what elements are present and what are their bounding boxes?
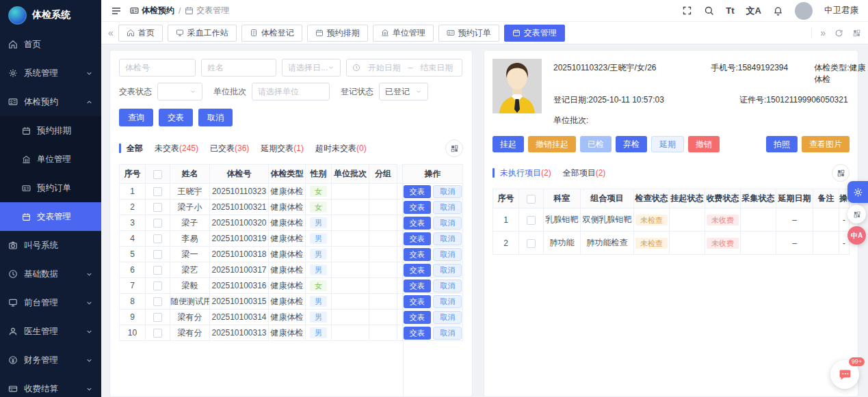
row-cancel-button[interactable]: 取消 — [433, 232, 462, 245]
row-cancel-button[interactable]: 取消 — [433, 311, 462, 324]
sidebar-item-system-mgmt[interactable]: 系统管理 — [0, 59, 101, 87]
grid-icon[interactable] — [852, 29, 861, 38]
take-photo-button[interactable]: 拍照 — [766, 136, 798, 152]
row-submit-button[interactable]: 交表 — [404, 232, 431, 245]
sidebar-item-queue-system[interactable]: 叫号系统 — [0, 231, 101, 260]
settings-fab[interactable] — [847, 181, 868, 203]
unit-batch-input[interactable] — [252, 83, 330, 100]
breadcrumb-parent: 体检预约 — [130, 5, 174, 16]
date-range-input[interactable]: 开始日期 – 结束日期 — [346, 59, 462, 77]
sidebar-item-doctor-mgmt[interactable]: 医生管理 — [0, 317, 101, 346]
exam-no-input[interactable] — [119, 59, 196, 77]
sidebar-item-unit-mgmt[interactable]: 单位管理 — [0, 145, 101, 174]
column-settings-button[interactable] — [832, 164, 850, 182]
submit-status-select[interactable] — [157, 83, 202, 100]
row-cancel-button[interactable]: 取消 — [433, 327, 462, 340]
status-tab-all[interactable]: 全部 — [127, 143, 143, 154]
sidebar-item-finance-mgmt[interactable]: 财务管理 — [0, 346, 101, 374]
row-submit-button[interactable]: 交表 — [404, 201, 431, 214]
row-submit-button[interactable]: 交表 — [404, 248, 431, 261]
tab-exam-register[interactable]: 体检登记 — [241, 25, 302, 42]
cell-seq: 6 — [120, 262, 146, 278]
tab-unit-mgmt[interactable]: 单位管理 — [373, 25, 434, 42]
row-checkbox[interactable] — [153, 250, 162, 259]
sidebar-item-booking-schedule[interactable]: 预约排期 — [0, 116, 101, 145]
sidebar-item-form-submission[interactable]: 交表管理 — [0, 202, 101, 231]
row-checkbox[interactable] — [153, 203, 162, 212]
status-tab-overdue[interactable]: 超时未交表(0) — [315, 143, 367, 154]
row-checkbox[interactable] — [153, 313, 162, 322]
avatar[interactable] — [795, 2, 813, 20]
abandon-button[interactable]: 弃检 — [616, 136, 647, 152]
name-input[interactable] — [201, 59, 276, 77]
tab-form-submission[interactable]: 交表管理 — [504, 25, 565, 42]
collapse-tabs-icon[interactable]: « — [108, 27, 114, 38]
tab-all-projects[interactable]: 全部项目(2) — [563, 167, 606, 179]
sidebar-item-frontdesk-mgmt[interactable]: 前台管理 — [0, 288, 101, 317]
search-icon[interactable] — [704, 5, 714, 16]
query-button[interactable]: 查询 — [119, 109, 153, 126]
column-settings-button[interactable] — [445, 139, 463, 157]
cell-name: 梁有分 — [170, 310, 210, 325]
sidebar-item-home[interactable]: 首页 — [0, 30, 101, 59]
status-tab-unsubmitted[interactable]: 未交表(245) — [155, 143, 198, 154]
cancel-button[interactable]: 取消 — [198, 109, 233, 126]
refresh-icon[interactable] — [834, 29, 843, 38]
revoke-button[interactable]: 撤销 — [688, 136, 720, 152]
row-cancel-button[interactable]: 取消 — [433, 295, 462, 308]
hamburger-icon[interactable] — [111, 5, 122, 16]
row-submit-button[interactable]: 交表 — [404, 327, 431, 340]
row-submit-button[interactable]: 交表 — [404, 264, 431, 277]
select-all-checkbox[interactable] — [153, 170, 162, 179]
tab-pending-projects[interactable]: 未执行项目(2) — [500, 167, 551, 179]
row-cancel-button[interactable]: 取消 — [433, 217, 462, 230]
chat-fab[interactable]: 99+ — [830, 360, 859, 389]
expand-tabs-icon[interactable]: » — [820, 27, 826, 38]
font-size-icon[interactable]: Tt — [726, 5, 734, 16]
tab-booking-schedule[interactable]: 预约排期 — [307, 25, 368, 42]
row-checkbox[interactable] — [153, 266, 162, 275]
sidebar-item-booking-orders[interactable]: 预约订单 — [0, 174, 101, 202]
date-type-select[interactable]: 请选择日... — [282, 59, 341, 77]
row-cancel-button[interactable]: 取消 — [433, 248, 462, 261]
row-checkbox[interactable] — [153, 297, 162, 306]
view-photo-button[interactable]: 查看图片 — [802, 136, 850, 152]
tab-home[interactable]: 首页 — [118, 25, 163, 42]
row-checkbox[interactable] — [527, 216, 536, 225]
fullscreen-icon[interactable] — [682, 5, 692, 16]
tab-booking-orders[interactable]: 预约订单 — [438, 25, 499, 42]
row-cancel-button[interactable]: 取消 — [433, 185, 462, 198]
row-submit-button[interactable]: 交表 — [404, 279, 431, 292]
layout-fab[interactable] — [847, 205, 866, 223]
sidebar-item-base-data[interactable]: 基础数据 — [0, 260, 101, 288]
register-status-select[interactable]: 已登记 — [379, 83, 428, 100]
submit-form-button[interactable]: 交表 — [159, 109, 193, 126]
tab-blood-station[interactable]: 采血工作站 — [168, 25, 237, 42]
language-icon[interactable]: 文A — [746, 5, 761, 17]
row-submit-button[interactable]: 交表 — [404, 295, 431, 308]
row-submit-button[interactable]: 交表 — [404, 217, 431, 230]
row-cancel-button[interactable]: 取消 — [433, 279, 462, 292]
row-cancel-button[interactable]: 取消 — [433, 201, 462, 214]
row-submit-button[interactable]: 交表 — [404, 311, 431, 324]
sidebar-item-exam-booking[interactable]: 体检预约 — [0, 87, 101, 116]
row-cancel-button[interactable]: 取消 — [433, 264, 462, 277]
postpone-button[interactable]: 延期 — [651, 136, 684, 152]
row-submit-button[interactable]: 交表 — [404, 185, 431, 198]
row-checkbox[interactable] — [153, 219, 162, 228]
select-all-checkbox[interactable] — [527, 195, 536, 204]
status-tab-postponed[interactable]: 延期交表(1) — [261, 143, 304, 154]
suspend-button[interactable]: 挂起 — [492, 136, 524, 152]
row-checkbox[interactable] — [153, 234, 162, 243]
row-checkbox[interactable] — [527, 239, 536, 248]
row-checkbox[interactable] — [153, 282, 162, 290]
row-checkbox[interactable] — [153, 329, 162, 338]
checked-button[interactable]: 已检 — [580, 136, 611, 152]
row-checkbox[interactable] — [153, 187, 162, 196]
status-tab-submitted[interactable]: 已交表(36) — [210, 143, 249, 154]
bell-icon[interactable] — [773, 5, 783, 16]
unsuspend-button[interactable]: 撤销挂起 — [528, 136, 576, 152]
chevron-down-icon — [189, 88, 196, 95]
translate-fab[interactable]: 中A — [847, 226, 866, 245]
sidebar-item-billing[interactable]: 收费结算 — [0, 374, 101, 397]
